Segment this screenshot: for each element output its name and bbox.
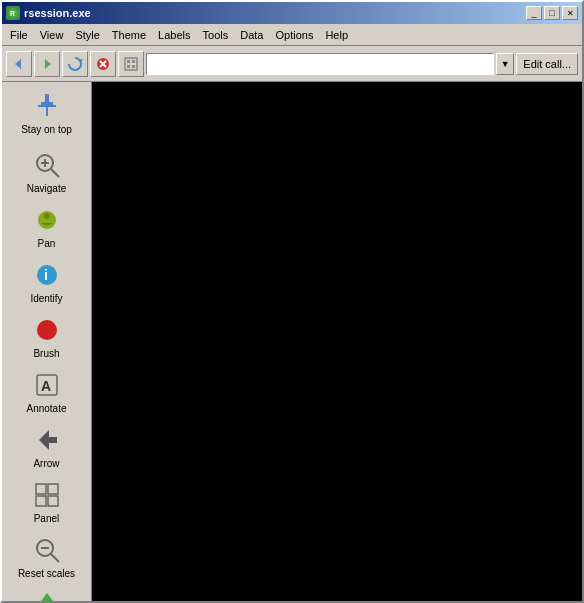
edit-call-button[interactable]: Edit call... (516, 53, 578, 75)
window-title: rsession.exe (24, 7, 91, 19)
forward-button[interactable] (34, 51, 60, 77)
menu-theme[interactable]: Theme (106, 27, 152, 43)
tool-stay-on-top[interactable]: Stay on top (7, 86, 87, 139)
sidebar: Stay on top Navigate (2, 82, 92, 601)
window-controls: _ □ ✕ (526, 6, 578, 20)
tool-reset-scales[interactable]: Reset scales (7, 530, 87, 583)
svg-rect-11 (127, 65, 130, 68)
toolbar: ▼ Edit call... (2, 46, 582, 82)
title-bar-left: R rsession.exe (6, 6, 91, 20)
identify-label: Identify (30, 293, 62, 304)
tool-brush[interactable]: Brush (7, 310, 87, 363)
panel-grid-icon (31, 479, 63, 511)
back-button[interactable] (6, 51, 32, 77)
brush-label: Brush (33, 348, 59, 359)
title-bar: R rsession.exe _ □ ✕ (2, 2, 582, 24)
menu-help[interactable]: Help (319, 27, 354, 43)
svg-marker-2 (15, 59, 21, 69)
svg-rect-10 (132, 60, 135, 63)
tool-annotate[interactable]: A Annotate (7, 365, 87, 418)
zoom-reset-icon (31, 534, 63, 566)
annotate-label: Annotate (26, 403, 66, 414)
refresh-button[interactable] (62, 51, 88, 77)
pin-icon (31, 90, 63, 122)
address-dropdown[interactable]: ▼ (496, 53, 514, 75)
svg-marker-37 (41, 593, 53, 601)
menu-view[interactable]: View (34, 27, 70, 43)
tool-identify[interactable]: i Identify (7, 255, 87, 308)
menu-labels[interactable]: Labels (152, 27, 196, 43)
menubar: File View Style Theme Labels Tools Data … (2, 24, 582, 46)
navigate-label: Navigate (27, 183, 66, 194)
svg-rect-33 (48, 496, 58, 506)
menu-style[interactable]: Style (69, 27, 105, 43)
text-a-icon: A (31, 369, 63, 401)
menu-data[interactable]: Data (234, 27, 269, 43)
main-area: Stay on top Navigate (2, 82, 582, 601)
tool-navigate[interactable]: Navigate (7, 145, 87, 198)
arrow-label: Arrow (33, 458, 59, 469)
svg-line-18 (51, 169, 59, 177)
stay-on-top-label: Stay on top (21, 124, 72, 135)
brush-circle-icon (31, 314, 63, 346)
main-window: R rsession.exe _ □ ✕ File View Style The… (0, 0, 584, 603)
svg-rect-8 (125, 58, 137, 70)
identify-info-icon: i (31, 259, 63, 291)
svg-text:A: A (41, 378, 51, 394)
tool-full-y-scale[interactable]: Full y scale (7, 585, 87, 601)
stop-button[interactable] (90, 51, 116, 77)
svg-rect-32 (36, 496, 46, 506)
minimize-button[interactable]: _ (526, 6, 542, 20)
svg-marker-3 (45, 59, 51, 69)
svg-rect-15 (46, 106, 48, 116)
svg-rect-30 (36, 484, 46, 494)
svg-text:i: i (44, 267, 48, 283)
close-button[interactable]: ✕ (562, 6, 578, 20)
reset-scales-label: Reset scales (18, 568, 75, 579)
full-y-icon (31, 589, 63, 601)
restore-button[interactable]: □ (544, 6, 560, 20)
svg-rect-31 (48, 484, 58, 494)
svg-point-22 (44, 213, 50, 219)
svg-rect-9 (127, 60, 130, 63)
arrow-left-icon (31, 424, 63, 456)
pan-label: Pan (38, 238, 56, 249)
zoom-plus-icon (31, 149, 63, 181)
svg-line-35 (51, 554, 59, 562)
svg-rect-12 (132, 65, 135, 68)
svg-text:R: R (10, 10, 15, 17)
app-icon: R (6, 6, 20, 20)
tool-panel[interactable]: Panel (7, 475, 87, 528)
menu-file[interactable]: File (4, 27, 34, 43)
content-area (92, 82, 582, 601)
tool-pan[interactable]: Pan (7, 200, 87, 253)
tool-arrow[interactable]: Arrow (7, 420, 87, 473)
panel-label: Panel (34, 513, 60, 524)
menu-tools[interactable]: Tools (197, 27, 235, 43)
pan-hand-icon (31, 204, 63, 236)
address-input[interactable] (146, 53, 494, 75)
svg-point-25 (37, 320, 57, 340)
menu-options[interactable]: Options (269, 27, 319, 43)
zoom-button[interactable] (118, 51, 144, 77)
svg-rect-29 (47, 437, 57, 443)
